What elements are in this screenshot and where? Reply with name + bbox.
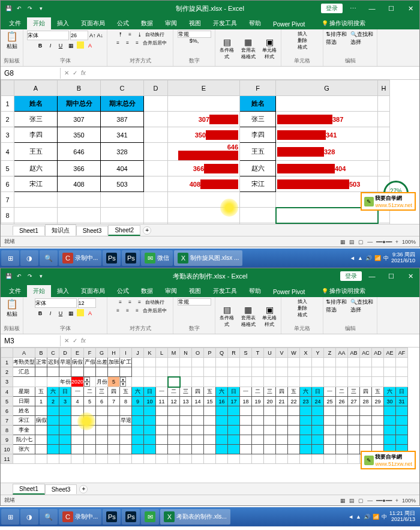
cell[interactable] [252, 445, 264, 454]
cell[interactable] [372, 406, 384, 416]
cell[interactable] [192, 367, 204, 377]
cell[interactable] [59, 406, 71, 416]
cell[interactable] [144, 426, 156, 435]
cell[interactable] [47, 406, 59, 416]
fx-icon[interactable]: fx [81, 337, 86, 344]
tab-file[interactable]: 文件 [3, 17, 27, 29]
cell[interactable]: 15 [204, 397, 216, 406]
cell[interactable]: 四 [192, 387, 204, 397]
taskbar-ps2[interactable]: Ps [122, 250, 140, 266]
cell[interactable]: 二 [336, 387, 348, 397]
cell[interactable]: 二 [252, 387, 264, 397]
cell[interactable] [108, 435, 120, 445]
conditional-format-button[interactable]: ▤条件格式 [218, 37, 236, 60]
tell-me[interactable]: 操作说明搜索 [316, 17, 371, 29]
cell[interactable]: 五 [204, 387, 216, 397]
cell[interactable] [216, 358, 228, 367]
cell[interactable] [276, 358, 288, 367]
col-header[interactable]: C [47, 348, 59, 358]
cell[interactable] [312, 416, 324, 426]
cell[interactable] [144, 435, 156, 445]
new-sheet-button[interactable]: + [143, 226, 151, 235]
tell-me[interactable]: 操作说明搜索 [316, 285, 371, 297]
cell[interactable] [180, 367, 192, 377]
sheet-tab[interactable]: Sheet1 [13, 484, 45, 495]
cell[interactable] [108, 426, 120, 435]
cell[interactable]: 四 [276, 387, 288, 397]
cell[interactable]: 6 [96, 397, 108, 406]
col-header[interactable]: AD [372, 348, 384, 358]
cell[interactable] [144, 127, 168, 143]
col-header[interactable]: B [58, 80, 101, 96]
col-header[interactable]: AA [336, 348, 348, 358]
taskbar-wechat[interactable]: ✉ [141, 509, 159, 525]
cell[interactable]: 日 [312, 387, 324, 397]
cell[interactable]: 17 [228, 397, 240, 406]
merge-button[interactable]: 合并后居中 [143, 39, 167, 46]
cell[interactable] [47, 377, 59, 387]
row-header[interactable]: 5 [1, 397, 13, 406]
sort-filter-button[interactable]: ⇅排序和筛选 [326, 31, 348, 46]
cell[interactable] [228, 377, 240, 387]
font-size-input[interactable] [70, 31, 88, 40]
col-header[interactable]: Y [312, 348, 324, 358]
zoom-slider[interactable]: ━━●━━ [376, 498, 391, 504]
row-header[interactable]: 9 [1, 223, 14, 224]
cell[interactable]: 三 [348, 387, 360, 397]
cell[interactable] [348, 426, 360, 435]
cell[interactable] [108, 416, 120, 426]
conditional-format-button[interactable]: ▤条件格式 [218, 305, 236, 328]
cell[interactable] [216, 367, 228, 377]
cell[interactable] [240, 377, 252, 387]
cell[interactable] [84, 435, 96, 445]
tray-icon[interactable]: 🔊 [364, 514, 370, 520]
cell[interactable] [264, 435, 276, 445]
cell[interactable]: 姓名 [240, 96, 276, 112]
col-header[interactable]: A [14, 80, 58, 96]
cell[interactable] [35, 406, 47, 416]
cell[interactable] [312, 377, 324, 387]
cell[interactable]: 387 [101, 112, 144, 127]
enter-icon[interactable]: ✓ [73, 337, 77, 344]
cell[interactable]: 阮小七 [13, 435, 35, 445]
taskbar-excel[interactable]: X考勤表的制作.xls... [160, 509, 230, 525]
worksheet-area[interactable]: ABCDEFGHIJKLMNOPQRSTUVWXYZAAABACADAEAF1考… [1, 348, 419, 483]
tray-icon[interactable]: ◄ [348, 514, 353, 520]
cell[interactable] [264, 358, 276, 367]
col-header[interactable]: AF [396, 348, 408, 358]
cell[interactable] [300, 426, 312, 435]
cell[interactable] [204, 416, 216, 426]
cell[interactable]: 王五 [240, 143, 276, 161]
cell[interactable]: 一 [156, 387, 168, 397]
cell[interactable] [288, 406, 300, 416]
col-header[interactable]: F [240, 80, 276, 96]
col-header[interactable]: B [35, 348, 47, 358]
cell[interactable]: 13 [180, 397, 192, 406]
col-header[interactable]: S [240, 348, 252, 358]
cell[interactable] [348, 358, 360, 367]
row-header[interactable]: 3 [1, 127, 14, 143]
cell[interactable]: 22 [288, 397, 300, 406]
col-header[interactable]: H [108, 348, 120, 358]
cell[interactable] [71, 406, 84, 416]
close-icon[interactable]: ✕ [401, 1, 419, 16]
cell[interactable]: 宋江 [13, 416, 35, 426]
row-header[interactable]: 8 [1, 208, 14, 223]
cell[interactable] [312, 426, 324, 435]
taskbar-cortana[interactable]: ◑ [20, 250, 38, 266]
cell[interactable] [228, 435, 240, 445]
cell[interactable] [192, 406, 204, 416]
cell[interactable] [180, 454, 192, 464]
cell[interactable] [336, 445, 348, 454]
cell[interactable] [264, 416, 276, 426]
col-header[interactable]: U [264, 348, 276, 358]
cell[interactable] [192, 377, 204, 387]
cell[interactable]: 28 [360, 397, 372, 406]
col-header[interactable]: G [276, 80, 378, 96]
tab-view[interactable]: 视图 [183, 17, 207, 29]
maximize-icon[interactable]: ☐ [382, 268, 400, 284]
cell-style-button[interactable]: ▣单元格样式 [260, 305, 278, 328]
cell[interactable] [71, 367, 84, 377]
col-header[interactable]: Q [216, 348, 228, 358]
cell[interactable] [300, 454, 312, 464]
